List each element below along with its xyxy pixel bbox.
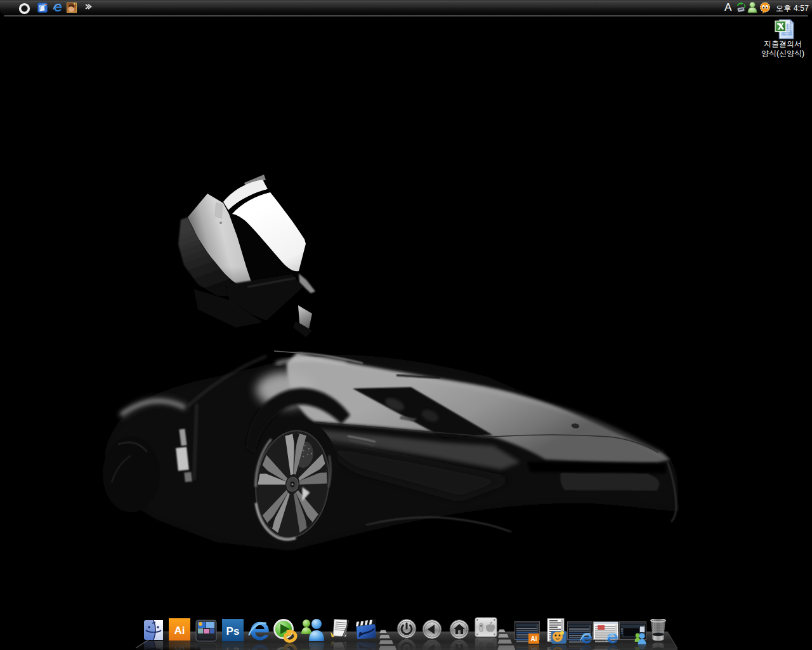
svg-text:Ps: Ps	[226, 645, 240, 650]
svg-text:Ai: Ai	[531, 635, 537, 642]
svg-text:Ps: Ps	[226, 625, 240, 637]
svg-text:Ai: Ai	[174, 625, 185, 637]
svg-text:Ai: Ai	[531, 646, 537, 650]
svg-text:Ai: Ai	[174, 644, 185, 650]
